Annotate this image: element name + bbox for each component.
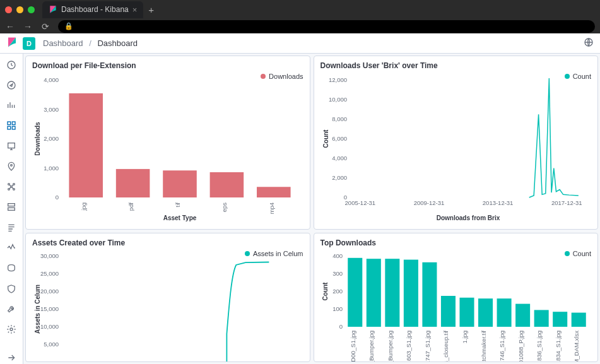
svg-rect-75	[497, 298, 511, 327]
svg-rect-24	[116, 169, 150, 197]
space-badge[interactable]: D	[23, 37, 35, 50]
svg-text:2009-12-31: 2009-12-31	[413, 199, 444, 206]
svg-rect-28	[210, 172, 244, 197]
svg-point-11	[8, 189, 10, 191]
svg-text:521_Watchmaker.tif: 521_Watchmaker.tif	[479, 331, 486, 362]
panel-downloads-brix-over-time: Downloads User 'Brix' over Time Count 02…	[314, 56, 599, 230]
dashboard-grid: Download per File-Extension Downloads 01…	[23, 54, 600, 364]
svg-rect-83	[571, 313, 585, 327]
svg-text:4,000: 4,000	[44, 76, 59, 83]
legend[interactable]: Assets in Celum	[245, 250, 303, 257]
nav-recent[interactable]	[5, 59, 18, 71]
panel-title: Top Downloads	[321, 238, 592, 247]
svg-text:WAT_241603_S1.jpg: WAT_241603_S1.jpg	[405, 331, 412, 362]
nav-management[interactable]	[5, 323, 18, 335]
svg-text:Count: Count	[322, 282, 329, 301]
svg-rect-71	[459, 298, 474, 327]
side-nav	[0, 54, 23, 364]
svg-text:WAT_241834_S1.jpg: WAT_241834_S1.jpg	[554, 331, 561, 362]
breadcrumb-current: Dashboard	[97, 38, 138, 48]
nav-devtools[interactable]	[5, 303, 18, 315]
svg-text:Count: Count	[322, 129, 329, 148]
svg-text:ad14_601088_P.jpg: ad14_601088_P.jpg	[517, 331, 524, 362]
svg-point-10	[13, 184, 15, 185]
nav-discover[interactable]	[5, 79, 18, 91]
nav-apm[interactable]	[5, 242, 18, 254]
svg-text:WAT_241747_S1.jpg: WAT_241747_S1.jpg	[423, 331, 430, 362]
svg-point-12	[13, 189, 15, 191]
legend[interactable]: Count	[565, 73, 591, 80]
nav-logs[interactable]	[5, 221, 18, 233]
svg-text:708_S1_Bumper.jpg: 708_S1_Bumper.jpg	[368, 331, 375, 362]
svg-point-13	[11, 186, 13, 188]
svg-text:Downloads: Downloads	[34, 122, 41, 156]
close-window[interactable]	[5, 6, 12, 13]
breadcrumb-root[interactable]: Dashboard	[43, 38, 83, 48]
svg-text:12,000: 12,000	[328, 76, 346, 83]
bar-chart: 0100200300400241603_D00_S1.jpg708_S1_Bum…	[321, 251, 592, 362]
svg-text:3,000: 3,000	[44, 106, 59, 113]
legend[interactable]: Downloads	[261, 73, 303, 80]
svg-text:20,000: 20,000	[40, 288, 59, 295]
svg-text:6,000: 6,000	[332, 135, 347, 142]
new-tab-button[interactable]: +	[148, 4, 154, 15]
nav-uptime[interactable]	[5, 262, 18, 274]
svg-rect-30	[257, 187, 291, 197]
svg-rect-22	[69, 93, 103, 197]
share-icon[interactable]	[584, 37, 594, 50]
nav-siem[interactable]	[5, 283, 18, 295]
back-button[interactable]: ←	[5, 21, 15, 32]
address-bar[interactable]: 🔒	[58, 20, 595, 33]
lock-icon: 🔒	[64, 22, 73, 30]
svg-text:LCELUM_DAM.xlsx: LCELUM_DAM.xlsx	[573, 331, 580, 362]
close-tab-icon[interactable]: ×	[132, 5, 138, 15]
svg-text:2,000: 2,000	[332, 174, 347, 181]
reload-button[interactable]: ⟳	[40, 21, 50, 32]
svg-rect-69	[440, 296, 455, 327]
breadcrumb: Dashboard / Dashboard	[43, 38, 138, 48]
svg-text:0: 0	[56, 194, 59, 201]
forward-button[interactable]: →	[23, 21, 33, 32]
panel-title: Downloads User 'Brix' over Time	[321, 61, 592, 70]
tab-title: Dashboard - Kibana	[61, 5, 129, 14]
svg-rect-81	[553, 312, 567, 327]
svg-text:eps: eps	[221, 203, 228, 213]
svg-text:1,000: 1,000	[44, 165, 59, 172]
nav-ml[interactable]	[5, 181, 18, 193]
panel-title: Download per File-Extension	[32, 61, 303, 70]
nav-infra[interactable]	[5, 201, 18, 213]
nav-collapse[interactable]	[5, 352, 18, 364]
svg-text:200: 200	[332, 288, 343, 295]
svg-text:2,000: 2,000	[44, 135, 59, 142]
svg-rect-4	[12, 122, 15, 125]
svg-text:400: 400	[332, 252, 343, 259]
fullscreen-window[interactable]	[28, 6, 35, 13]
svg-point-16	[10, 328, 13, 331]
svg-text:WAT_241746_S1.jpg: WAT_241746_S1.jpg	[498, 331, 505, 362]
svg-text:1.jpg: 1.jpg	[461, 331, 468, 344]
nav-maps[interactable]	[5, 160, 18, 172]
line-chart: 5,00010,00015,00020,00025,00030,000Asset…	[32, 251, 303, 362]
svg-text:10,000: 10,000	[40, 323, 59, 330]
svg-rect-73	[478, 298, 493, 327]
legend[interactable]: Count	[565, 250, 591, 257]
nav-visualize[interactable]	[5, 100, 18, 112]
line-chart: 02,0004,0006,0008,00010,00012,0002005-12…	[321, 74, 592, 223]
panel-title: Assets Created over Time	[32, 238, 303, 247]
panel-download-per-file-extension: Download per File-Extension Downloads 01…	[25, 56, 310, 230]
svg-text:4,000: 4,000	[332, 155, 347, 161]
svg-text:15,000: 15,000	[40, 305, 59, 312]
app-header: D Dashboard / Dashboard	[0, 33, 600, 54]
browser-tab[interactable]: Dashboard - Kibana ×	[42, 1, 143, 18]
svg-text:tif: tif	[174, 203, 181, 208]
nav-dashboard[interactable]	[5, 120, 18, 132]
kibana-favicon-icon	[49, 5, 57, 14]
kibana-logo-icon[interactable]	[6, 37, 18, 50]
svg-text:607_S1_Bumper.jpg: 607_S1_Bumper.jpg	[386, 331, 393, 362]
minimize-window[interactable]	[16, 6, 23, 13]
svg-text:Assets in Celum: Assets in Celum	[34, 285, 41, 334]
svg-rect-5	[8, 127, 11, 130]
svg-rect-15	[8, 208, 15, 211]
nav-canvas[interactable]	[5, 140, 18, 152]
svg-rect-77	[515, 304, 530, 327]
